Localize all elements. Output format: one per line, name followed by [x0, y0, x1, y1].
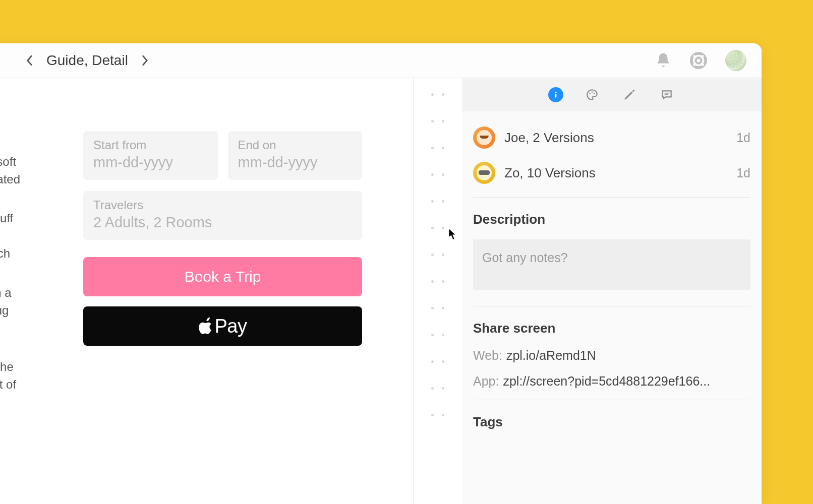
- version-time: 1d: [736, 166, 750, 180]
- contributor-avatar: [473, 162, 495, 184]
- end-date-value: mm-dd-yyyy: [238, 154, 353, 171]
- knife-icon: [623, 88, 636, 101]
- user-avatar[interactable]: [725, 50, 746, 71]
- tab-styleguide[interactable]: [584, 86, 601, 103]
- tab-comments[interactable]: [658, 86, 675, 103]
- palette-icon: [586, 88, 599, 101]
- body-text-fragment: with a ll dug ries: [0, 284, 40, 337]
- description-input[interactable]: Got any notes?: [473, 239, 750, 290]
- version-row[interactable]: Zo, 10 Versions 1d: [473, 162, 750, 184]
- description-title: Description: [473, 212, 750, 227]
- share-app-label: App:: [473, 374, 499, 389]
- help-button[interactable]: [690, 52, 707, 69]
- end-date-field[interactable]: End on mm-dd-yyyy: [228, 131, 363, 180]
- share-app-value: zpl://screen?pid=5cd4881229ef166...: [503, 374, 710, 389]
- version-time: 1d: [736, 131, 750, 145]
- travelers-value: 2 Adults, 2 Rooms: [93, 214, 352, 231]
- body-text-fragment: on the host of by: [0, 358, 40, 411]
- comment-icon: [660, 88, 673, 101]
- lifebuoy-icon: [690, 52, 707, 69]
- svg-point-6: [594, 93, 595, 95]
- travelers-field[interactable]: Travelers 2 Adults, 2 Rooms: [83, 191, 362, 240]
- info-icon: [552, 91, 560, 99]
- svg-rect-3: [555, 94, 557, 98]
- tab-info[interactable]: [548, 87, 563, 102]
- svg-point-4: [589, 93, 591, 95]
- nav-forward-button[interactable]: [141, 54, 149, 67]
- share-title: Share screen: [473, 321, 750, 336]
- start-date-field[interactable]: Start from mm-dd-yyyy: [83, 131, 218, 180]
- topbar-actions: [655, 50, 746, 71]
- version-text: Joe, 2 Versions: [504, 130, 736, 146]
- nav-group: Guide, Detail: [25, 52, 149, 69]
- bell-icon: [655, 52, 672, 69]
- contributor-avatar: [473, 127, 495, 149]
- notifications-button[interactable]: [655, 52, 672, 69]
- app-window: Guide, Detail ans he soft created ed tuf…: [0, 43, 762, 504]
- share-web-row[interactable]: Web: zpl.io/aRemd1N: [473, 348, 750, 363]
- svg-point-1: [695, 57, 701, 63]
- chevron-left-icon: [26, 55, 33, 66]
- share-web-value: zpl.io/aRemd1N: [506, 348, 596, 363]
- divider: [473, 400, 750, 400]
- content-area: ans he soft created ed tuff s tretch wit…: [0, 78, 762, 504]
- apple-pay-text: Pay: [215, 316, 247, 337]
- divider: [473, 197, 750, 198]
- booking-card: Start from mm-dd-yyyy End on mm-dd-yyyy …: [83, 131, 362, 346]
- body-text-fragment: ed tuff s tretch: [0, 210, 40, 262]
- share-web-label: Web:: [473, 348, 502, 363]
- nav-back-button[interactable]: [25, 54, 33, 67]
- version-row[interactable]: Joe, 2 Versions 1d: [473, 127, 750, 149]
- page-title: Guide, Detail: [46, 52, 128, 69]
- body-text-fragment: ans he soft created: [0, 136, 40, 188]
- travelers-label: Travelers: [93, 198, 352, 212]
- apple-logo-icon: [199, 318, 213, 335]
- end-date-label: End on: [238, 138, 353, 152]
- start-date-value: mm-dd-yyyy: [93, 154, 208, 171]
- inspector-body: Joe, 2 Versions 1d Zo, 10 Versions 1d De…: [462, 111, 762, 504]
- apple-pay-button[interactable]: Pay: [83, 306, 362, 346]
- book-trip-button[interactable]: Book a Trip: [83, 257, 362, 296]
- version-text: Zo, 10 Versions: [504, 165, 736, 181]
- tags-title: Tags: [473, 414, 750, 430]
- tab-assets[interactable]: [621, 86, 638, 103]
- canvas-area[interactable]: ans he soft created ed tuff s tretch wit…: [0, 78, 414, 504]
- ruler-dots: [414, 78, 462, 504]
- share-app-row[interactable]: App: zpl://screen?pid=5cd4881229ef166...: [473, 374, 750, 389]
- inspector-tabs: [462, 78, 762, 111]
- svg-point-2: [555, 92, 556, 93]
- topbar: Guide, Detail: [0, 43, 762, 78]
- description-placeholder: Got any notes?: [482, 250, 741, 265]
- chevron-right-icon: [142, 55, 149, 66]
- start-date-label: Start from: [93, 138, 208, 152]
- svg-point-5: [592, 91, 593, 93]
- divider: [473, 306, 750, 306]
- inspector-panel: Joe, 2 Versions 1d Zo, 10 Versions 1d De…: [462, 78, 762, 504]
